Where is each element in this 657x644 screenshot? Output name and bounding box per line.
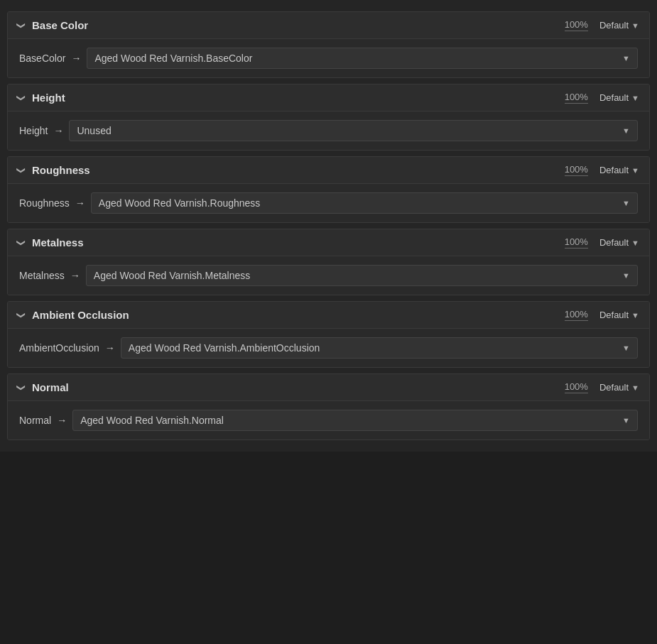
- dropdown-arrow-icon-base-color: ▼: [631, 21, 639, 30]
- mapping-label-normal: Normal: [19, 415, 51, 426]
- mapping-value-normal: Aged Wood Red Varnish.Normal: [80, 415, 224, 426]
- mapping-row-metalness: Metalness → Aged Wood Red Varnish.Metaln…: [19, 265, 638, 286]
- section-title-metalness: Metalness: [32, 236, 558, 249]
- section-percent-height: 100%: [565, 92, 588, 104]
- dropdown-arrow-icon-normal: ▼: [631, 383, 639, 392]
- section-body-ambient-occlusion: AmbientOcclusion → Aged Wood Red Varnish…: [8, 329, 649, 367]
- section-percent-ambient-occlusion: 100%: [565, 309, 588, 321]
- section-dropdown-normal[interactable]: Default ▼: [599, 382, 639, 393]
- section-percent-metalness: 100%: [565, 236, 588, 249]
- section-dropdown-roughness[interactable]: Default ▼: [599, 165, 639, 175]
- arrow-icon-normal: →: [57, 415, 67, 426]
- chevron-icon-ambient-occlusion[interactable]: ❯: [16, 312, 26, 319]
- material-panel: ❯ Base Color 100% Default ▼ BaseColor → …: [0, 0, 657, 452]
- mapping-row-base-color: BaseColor → Aged Wood Red Varnish.BaseCo…: [19, 48, 638, 69]
- section-dropdown-base-color[interactable]: Default ▼: [599, 20, 639, 31]
- section-header-base-color[interactable]: ❯ Base Color 100% Default ▼: [8, 12, 649, 39]
- section-body-normal: Normal → Aged Wood Red Varnish.Normal ▼: [8, 401, 649, 440]
- section-title-base-color: Base Color: [32, 19, 558, 31]
- section-body-metalness: Metalness → Aged Wood Red Varnish.Metaln…: [8, 256, 649, 295]
- chevron-icon-normal[interactable]: ❯: [16, 384, 26, 391]
- section-percent-normal: 100%: [565, 381, 588, 393]
- mapping-value-container-roughness[interactable]: Aged Wood Red Varnish.Roughness ▼: [91, 192, 638, 214]
- dropdown-label-height: Default: [599, 92, 629, 103]
- section-percent-roughness: 100%: [565, 164, 588, 176]
- arrow-icon-ambient-occlusion: →: [105, 342, 115, 354]
- dropdown-label-roughness: Default: [599, 165, 629, 175]
- section-normal: ❯ Normal 100% Default ▼ Normal → Aged Wo…: [7, 373, 650, 440]
- mapping-value-container-ambient-occlusion[interactable]: Aged Wood Red Varnish.AmbientOcclusion ▼: [121, 337, 638, 359]
- section-header-metalness[interactable]: ❯ Metalness 100% Default ▼: [8, 229, 649, 256]
- section-height: ❯ Height 100% Default ▼ Height → Unused …: [7, 84, 650, 151]
- dropdown-arrow-icon-metalness: ▼: [631, 239, 639, 247]
- section-dropdown-metalness[interactable]: Default ▼: [599, 237, 639, 248]
- arrow-icon-height: →: [53, 125, 63, 136]
- dropdown-label-base-color: Default: [599, 20, 629, 31]
- mapping-value-container-normal[interactable]: Aged Wood Red Varnish.Normal ▼: [72, 410, 638, 431]
- section-title-height: Height: [32, 92, 558, 104]
- mapping-label-height: Height: [19, 125, 48, 136]
- mapping-dropdown-arrow-icon-normal: ▼: [622, 416, 630, 425]
- mapping-row-ambient-occlusion: AmbientOcclusion → Aged Wood Red Varnish…: [19, 337, 638, 359]
- mapping-value-metalness: Aged Wood Red Varnish.Metalness: [94, 270, 251, 281]
- section-dropdown-ambient-occlusion[interactable]: Default ▼: [599, 310, 639, 320]
- arrow-icon-roughness: →: [75, 197, 85, 209]
- chevron-icon-roughness[interactable]: ❯: [16, 167, 26, 174]
- mapping-value-roughness: Aged Wood Red Varnish.Roughness: [99, 197, 261, 209]
- section-body-base-color: BaseColor → Aged Wood Red Varnish.BaseCo…: [8, 39, 649, 77]
- dropdown-label-normal: Default: [599, 382, 629, 393]
- section-header-height[interactable]: ❯ Height 100% Default ▼: [8, 84, 649, 111]
- mapping-row-normal: Normal → Aged Wood Red Varnish.Normal ▼: [19, 410, 638, 431]
- mapping-label-roughness: Roughness: [19, 197, 70, 209]
- section-ambient-occlusion: ❯ Ambient Occlusion 100% Default ▼ Ambie…: [7, 301, 650, 368]
- dropdown-arrow-icon-roughness: ▼: [631, 166, 639, 175]
- section-metalness: ❯ Metalness 100% Default ▼ Metalness → A…: [7, 229, 650, 295]
- section-title-normal: Normal: [32, 381, 558, 393]
- mapping-value-container-metalness[interactable]: Aged Wood Red Varnish.Metalness ▼: [86, 265, 638, 286]
- mapping-label-ambient-occlusion: AmbientOcclusion: [19, 342, 99, 354]
- dropdown-label-metalness: Default: [599, 237, 629, 248]
- arrow-icon-base-color: →: [71, 53, 81, 64]
- mapping-dropdown-arrow-icon-height: ▼: [622, 126, 630, 135]
- mapping-row-height: Height → Unused ▼: [19, 120, 638, 141]
- dropdown-label-ambient-occlusion: Default: [599, 310, 629, 320]
- section-body-roughness: Roughness → Aged Wood Red Varnish.Roughn…: [8, 184, 649, 222]
- mapping-label-base-color: BaseColor: [19, 53, 65, 64]
- mapping-dropdown-arrow-icon-metalness: ▼: [622, 271, 630, 280]
- mapping-dropdown-arrow-icon-ambient-occlusion: ▼: [622, 344, 630, 352]
- section-header-ambient-occlusion[interactable]: ❯ Ambient Occlusion 100% Default ▼: [8, 302, 649, 329]
- section-dropdown-height[interactable]: Default ▼: [599, 92, 639, 103]
- arrow-icon-metalness: →: [70, 270, 80, 281]
- mapping-value-height: Unused: [77, 125, 111, 136]
- section-title-ambient-occlusion: Ambient Occlusion: [32, 309, 558, 321]
- dropdown-arrow-icon-ambient-occlusion: ▼: [631, 311, 639, 320]
- mapping-value-base-color: Aged Wood Red Varnish.BaseColor: [94, 53, 252, 64]
- mapping-label-metalness: Metalness: [19, 270, 65, 281]
- dropdown-arrow-icon-height: ▼: [631, 94, 639, 102]
- section-percent-base-color: 100%: [565, 19, 588, 31]
- mapping-value-container-base-color[interactable]: Aged Wood Red Varnish.BaseColor ▼: [87, 48, 638, 69]
- mapping-dropdown-arrow-icon-base-color: ▼: [622, 54, 630, 62]
- chevron-icon-metalness[interactable]: ❯: [16, 239, 26, 246]
- section-header-roughness[interactable]: ❯ Roughness 100% Default ▼: [8, 157, 649, 184]
- mapping-row-roughness: Roughness → Aged Wood Red Varnish.Roughn…: [19, 192, 638, 214]
- section-title-roughness: Roughness: [32, 164, 558, 176]
- section-body-height: Height → Unused ▼: [8, 111, 649, 150]
- mapping-dropdown-arrow-icon-roughness: ▼: [622, 199, 630, 207]
- mapping-value-container-height[interactable]: Unused ▼: [69, 120, 638, 141]
- section-header-normal[interactable]: ❯ Normal 100% Default ▼: [8, 374, 649, 401]
- chevron-icon-height[interactable]: ❯: [16, 94, 26, 102]
- section-base-color: ❯ Base Color 100% Default ▼ BaseColor → …: [7, 11, 650, 78]
- chevron-icon-base-color[interactable]: ❯: [16, 22, 26, 29]
- mapping-value-ambient-occlusion: Aged Wood Red Varnish.AmbientOcclusion: [129, 342, 320, 354]
- section-roughness: ❯ Roughness 100% Default ▼ Roughness → A…: [7, 156, 650, 223]
